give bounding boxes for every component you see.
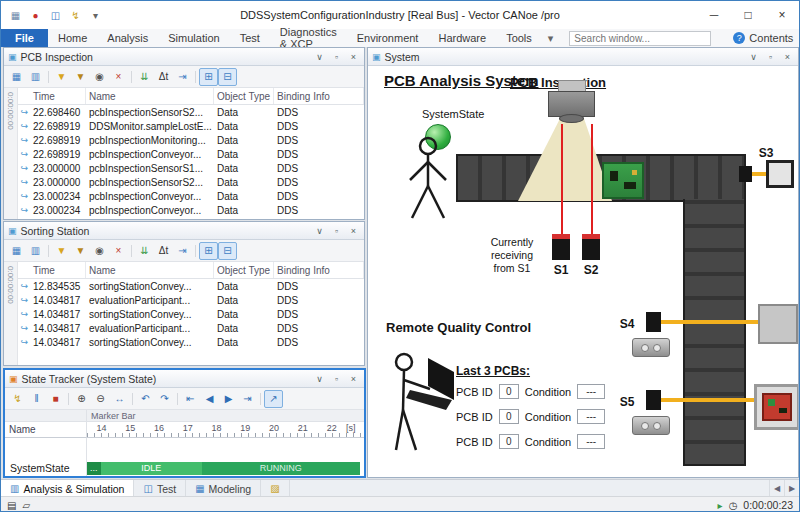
pcb-inspection-panel-header[interactable]: ▣ PCB Inspection ∨ ▫ ×: [4, 48, 364, 66]
ribbon-tab-environment[interactable]: Environment: [347, 29, 429, 47]
marker-bar[interactable]: Marker Bar: [87, 410, 364, 422]
trace-row[interactable]: ↪23.000000pcbInspectionSensorS1...DataDD…: [18, 161, 364, 175]
time-scale-strip[interactable]: 0:00:00:00: [4, 262, 18, 365]
tab-modeling[interactable]: ▦ Modeling: [186, 480, 261, 497]
contents-button[interactable]: ? Contents: [733, 29, 793, 47]
goto-icon[interactable]: ⇥: [173, 68, 192, 86]
filter-edit-icon[interactable]: ▼: [71, 68, 90, 86]
column-binding-info[interactable]: Binding Info: [274, 262, 364, 278]
zoom-in-icon[interactable]: ⊕: [72, 390, 91, 408]
time-scale-strip[interactable]: 0:00:00:00: [4, 88, 18, 219]
tree-view-icon[interactable]: ⊟: [218, 68, 237, 86]
delta-time-icon[interactable]: Δt: [154, 68, 173, 86]
column-object-type[interactable]: Object Type: [214, 88, 274, 104]
column-name[interactable]: Name: [86, 262, 214, 278]
quick-access-dropdown-icon[interactable]: ▾: [86, 6, 105, 24]
columns-icon[interactable]: ▦: [7, 242, 26, 260]
column-object-type[interactable]: Object Type: [214, 262, 274, 278]
trace-row[interactable]: ↪22.698919DDSMonitor.sampleLostE...DataD…: [18, 119, 364, 133]
trace-row[interactable]: ↪14.034817sortingStationConvey...DataDDS: [18, 335, 364, 349]
trace-row[interactable]: ↪23.000234pcbInspectionConveyor...DataDD…: [18, 189, 364, 203]
record-icon[interactable]: ■: [46, 390, 65, 408]
ribbon-tab-simulation[interactable]: Simulation: [158, 29, 229, 47]
filter-icon[interactable]: ▼: [52, 242, 71, 260]
ribbon-tab-file[interactable]: File: [1, 29, 48, 47]
chart-mode-icon[interactable]: ↗: [264, 390, 283, 408]
close-icon[interactable]: ×: [347, 226, 360, 236]
zoom-out-icon[interactable]: ⊖: [91, 390, 110, 408]
window-layout-icon[interactable]: ▦: [6, 6, 25, 24]
ribbon-tab-analysis[interactable]: Analysis: [97, 29, 158, 47]
column-time[interactable]: Time: [31, 262, 86, 278]
search-input[interactable]: [569, 31, 711, 46]
undo-icon[interactable]: ↶: [136, 390, 155, 408]
write-window-icon[interactable]: ▱: [22, 500, 30, 511]
zoom-fit-icon[interactable]: ↔: [110, 390, 129, 408]
time-ruler[interactable]: 141516171819202122 [s]: [87, 422, 364, 438]
new-tab-button[interactable]: ▨: [261, 480, 289, 497]
float-icon[interactable]: ▫: [330, 374, 343, 384]
trace-row[interactable]: ↪14.034817evaluationParticipant...DataDD…: [18, 321, 364, 335]
sorting-station-panel-header[interactable]: ▣ Sorting Station ∨ ▫ ×: [4, 222, 364, 240]
maximize-button[interactable]: □: [731, 1, 765, 29]
trace-row[interactable]: ↪22.698919pcbInspectionMonitoring...Data…: [18, 133, 364, 147]
systemstate-row-label[interactable]: SystemState: [5, 460, 87, 476]
next-event-icon[interactable]: ▶: [219, 390, 238, 408]
statistics-icon[interactable]: ▥: [26, 242, 45, 260]
chevron-down-icon[interactable]: ∨: [313, 374, 326, 384]
float-icon[interactable]: ▫: [764, 52, 777, 62]
statistics-icon[interactable]: ▥: [26, 68, 45, 86]
autoscroll-icon[interactable]: ⇊: [135, 242, 154, 260]
clear-icon[interactable]: ×: [109, 68, 128, 86]
state-tracker-panel-header[interactable]: ▣ State Tracker (System State) ∨ ▫ ×: [5, 370, 364, 388]
name-column-header[interactable]: Name: [5, 422, 87, 438]
ribbon-more-icon[interactable]: ▾: [542, 29, 560, 47]
trace-row[interactable]: ↪14.034817evaluationParticipant...DataDD…: [18, 293, 364, 307]
jump-end-icon[interactable]: ⇥: [238, 390, 257, 408]
fixed-view-icon[interactable]: ⊞: [199, 68, 218, 86]
tree-view-icon[interactable]: ⊟: [218, 242, 237, 260]
flash-icon[interactable]: ↯: [8, 390, 27, 408]
ribbon-tab-test[interactable]: Test: [230, 29, 270, 47]
close-button[interactable]: ×: [765, 1, 799, 29]
delta-time-icon[interactable]: Δt: [154, 242, 173, 260]
minimize-button[interactable]: ─: [697, 1, 731, 29]
filter-icon[interactable]: ▼: [52, 68, 71, 86]
trace-row[interactable]: ↪14.034817sortingStationConvey...DataDDS: [18, 307, 364, 321]
ribbon-tab-tools[interactable]: Tools: [496, 29, 542, 47]
trace-column-headers[interactable]: Time Name Object Type Binding Info: [18, 262, 364, 279]
ribbon-tab-diagnostics-xcp[interactable]: Diagnostics & XCP: [270, 29, 347, 47]
tab-analysis-simulation[interactable]: ▥ Analysis & Simulation: [1, 480, 134, 497]
scroll-right-button[interactable]: ▶: [784, 480, 799, 497]
clear-icon[interactable]: ×: [109, 242, 128, 260]
chevron-down-icon[interactable]: ∨: [313, 226, 326, 236]
trace-row[interactable]: ↪22.698460pcbInspectionSensorS2...DataDD…: [18, 105, 364, 119]
redo-icon[interactable]: ↷: [155, 390, 174, 408]
flash-icon[interactable]: ↯: [66, 6, 85, 24]
prev-event-icon[interactable]: ◀: [200, 390, 219, 408]
scroll-left-button[interactable]: ◀: [769, 480, 784, 497]
close-icon[interactable]: ×: [781, 52, 794, 62]
tab-test[interactable]: ◫ Test: [134, 480, 186, 497]
trace-column-headers[interactable]: Time Name Object Type Binding Info: [18, 88, 364, 105]
systemstate-track[interactable]: ...IDLERUNNING: [87, 460, 364, 476]
fixed-view-icon[interactable]: ⊞: [199, 242, 218, 260]
float-icon[interactable]: ▫: [330, 52, 343, 62]
find-icon[interactable]: ◉: [90, 68, 109, 86]
trace-row[interactable]: ↪23.000000pcbInspectionSensorS2...DataDD…: [18, 175, 364, 189]
chevron-down-icon[interactable]: ∨: [313, 52, 326, 62]
filter-edit-icon[interactable]: ▼: [71, 242, 90, 260]
float-icon[interactable]: ▫: [330, 226, 343, 236]
trace-row[interactable]: ↪23.000234pcbInspectionConveyor...DataDD…: [18, 203, 364, 217]
goto-icon[interactable]: ⇥: [173, 242, 192, 260]
jump-start-icon[interactable]: ⇤: [181, 390, 200, 408]
monitor-icon[interactable]: ◫: [46, 6, 65, 24]
column-binding-info[interactable]: Binding Info: [274, 88, 364, 104]
trace-row[interactable]: ↪12.834535sortingStationConvey...DataDDS: [18, 279, 364, 293]
capl-icon[interactable]: ▤: [7, 500, 16, 511]
close-icon[interactable]: ×: [347, 52, 360, 62]
columns-icon[interactable]: ▦: [7, 68, 26, 86]
close-icon[interactable]: ×: [347, 374, 360, 384]
find-icon[interactable]: ◉: [90, 242, 109, 260]
ribbon-tab-hardware[interactable]: Hardware: [428, 29, 496, 47]
